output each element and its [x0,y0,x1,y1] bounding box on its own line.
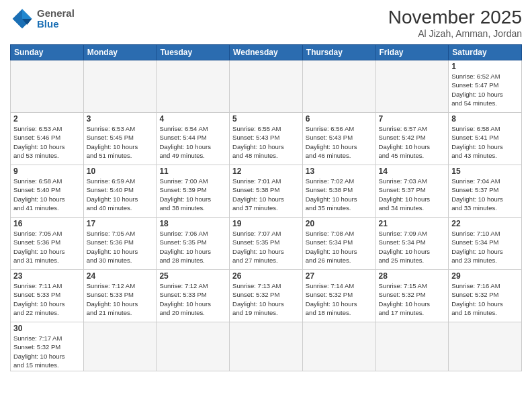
day-number: 11 [159,167,226,176]
day-number: 21 [379,219,446,228]
day-number: 19 [232,219,300,228]
calendar-day-cell: 13Sunrise: 7:02 AM Sunset: 5:38 PM Dayli… [302,165,375,218]
calendar-table: SundayMondayTuesdayWednesdayThursdayFrid… [10,44,522,371]
calendar-week-row: 1Sunrise: 6:52 AM Sunset: 5:47 PM Daylig… [11,60,522,113]
calendar-day-cell: 29Sunrise: 7:16 AM Sunset: 5:32 PM Dayli… [449,270,522,322]
calendar-day-cell: 1Sunrise: 6:52 AM Sunset: 5:47 PM Daylig… [449,60,522,113]
day-info: Sunrise: 7:07 AM Sunset: 5:35 PM Dayligh… [232,229,300,265]
calendar-day-cell [230,60,303,113]
calendar-day-cell: 21Sunrise: 7:09 AM Sunset: 5:34 PM Dayli… [375,218,449,270]
day-info: Sunrise: 7:02 AM Sunset: 5:38 PM Dayligh… [306,177,373,212]
calendar-week-row: 16Sunrise: 7:05 AM Sunset: 5:36 PM Dayli… [11,218,522,270]
day-number: 23 [13,271,81,281]
day-info: Sunrise: 6:56 AM Sunset: 5:43 PM Dayligh… [306,124,373,160]
day-number: 1 [451,62,519,71]
calendar-weekday: Tuesday [157,45,230,60]
day-info: Sunrise: 7:16 AM Sunset: 5:32 PM Dayligh… [451,281,519,317]
calendar-day-cell: 9Sunrise: 6:58 AM Sunset: 5:40 PM Daylig… [11,165,84,218]
calendar-week-row: 30Sunrise: 7:17 AM Sunset: 5:32 PM Dayli… [11,322,522,371]
day-number: 24 [87,271,154,281]
calendar-week-row: 23Sunrise: 7:11 AM Sunset: 5:33 PM Dayli… [11,270,522,322]
header: General Blue November 2025 Al Jizah, Amm… [10,7,522,39]
day-number: 10 [87,167,154,176]
calendar-day-cell: 5Sunrise: 6:55 AM Sunset: 5:43 PM Daylig… [230,113,303,165]
calendar-day-cell [449,322,522,371]
calendar-day-cell: 25Sunrise: 7:12 AM Sunset: 5:33 PM Dayli… [157,270,230,322]
calendar-weekday: Wednesday [230,45,303,60]
calendar-day-cell [230,322,303,371]
calendar-day-cell: 4Sunrise: 6:54 AM Sunset: 5:44 PM Daylig… [157,113,230,165]
calendar-week-row: 9Sunrise: 6:58 AM Sunset: 5:40 PM Daylig… [11,165,522,218]
calendar-day-cell: 2Sunrise: 6:53 AM Sunset: 5:46 PM Daylig… [11,113,84,165]
day-number: 28 [379,271,446,281]
calendar-day-cell [375,60,449,113]
day-number: 8 [451,114,519,124]
day-info: Sunrise: 7:17 AM Sunset: 5:32 PM Dayligh… [13,334,81,369]
day-info: Sunrise: 7:05 AM Sunset: 5:36 PM Dayligh… [87,229,154,265]
calendar-day-cell: 15Sunrise: 7:04 AM Sunset: 5:37 PM Dayli… [449,165,522,218]
calendar-day-cell: 22Sunrise: 7:10 AM Sunset: 5:34 PM Dayli… [449,218,522,270]
day-number: 29 [451,271,519,281]
day-number: 13 [306,167,373,176]
calendar-day-cell: 28Sunrise: 7:15 AM Sunset: 5:32 PM Dayli… [375,270,449,322]
calendar-day-cell: 24Sunrise: 7:12 AM Sunset: 5:33 PM Dayli… [83,270,157,322]
day-info: Sunrise: 7:11 AM Sunset: 5:33 PM Dayligh… [13,281,81,317]
day-number: 17 [87,219,154,228]
day-info: Sunrise: 6:58 AM Sunset: 5:41 PM Dayligh… [451,124,519,160]
calendar-day-cell [83,60,157,113]
svg-marker-1 [22,9,32,19]
day-number: 27 [306,271,373,281]
day-info: Sunrise: 7:12 AM Sunset: 5:33 PM Dayligh… [87,281,154,317]
day-info: Sunrise: 7:09 AM Sunset: 5:34 PM Dayligh… [379,229,446,265]
day-info: Sunrise: 6:55 AM Sunset: 5:43 PM Dayligh… [232,124,300,160]
day-number: 18 [159,219,226,228]
day-number: 22 [451,219,519,228]
calendar-day-cell: 19Sunrise: 7:07 AM Sunset: 5:35 PM Dayli… [230,218,303,270]
day-number: 12 [232,167,300,176]
calendar-day-cell: 20Sunrise: 7:08 AM Sunset: 5:34 PM Dayli… [302,218,375,270]
day-number: 14 [379,167,446,176]
logo-icon [10,7,34,31]
calendar-day-cell [157,60,230,113]
day-info: Sunrise: 6:53 AM Sunset: 5:45 PM Dayligh… [87,124,154,160]
day-info: Sunrise: 6:52 AM Sunset: 5:47 PM Dayligh… [451,72,519,107]
day-info: Sunrise: 7:00 AM Sunset: 5:39 PM Dayligh… [159,177,226,212]
day-info: Sunrise: 7:03 AM Sunset: 5:37 PM Dayligh… [379,177,446,212]
day-info: Sunrise: 7:06 AM Sunset: 5:35 PM Dayligh… [159,229,226,265]
day-info: Sunrise: 6:57 AM Sunset: 5:42 PM Dayligh… [379,124,446,160]
day-number: 2 [13,114,81,124]
day-info: Sunrise: 7:12 AM Sunset: 5:33 PM Dayligh… [159,281,226,317]
title-block: November 2025 Al Jizah, Amman, Jordan [388,7,522,39]
calendar-day-cell: 3Sunrise: 6:53 AM Sunset: 5:45 PM Daylig… [83,113,157,165]
logo-blue: Blue [37,19,75,30]
calendar-day-cell [83,322,157,371]
calendar-day-cell: 17Sunrise: 7:05 AM Sunset: 5:36 PM Dayli… [83,218,157,270]
calendar-day-cell: 26Sunrise: 7:13 AM Sunset: 5:32 PM Dayli… [230,270,303,322]
calendar-weekday: Monday [83,45,157,60]
day-number: 16 [13,219,81,228]
calendar-weekday: Thursday [302,45,375,60]
day-number: 3 [87,114,154,124]
calendar-day-cell [157,322,230,371]
calendar-weekday: Friday [375,45,449,60]
calendar-day-cell: 30Sunrise: 7:17 AM Sunset: 5:32 PM Dayli… [11,322,84,371]
day-number: 7 [379,114,446,124]
day-info: Sunrise: 6:58 AM Sunset: 5:40 PM Dayligh… [13,177,81,212]
logo: General Blue [10,7,75,31]
logo-general: General [37,8,75,19]
calendar-day-cell: 18Sunrise: 7:06 AM Sunset: 5:35 PM Dayli… [157,218,230,270]
day-info: Sunrise: 6:53 AM Sunset: 5:46 PM Dayligh… [13,124,81,160]
calendar-day-cell: 7Sunrise: 6:57 AM Sunset: 5:42 PM Daylig… [375,113,449,165]
day-number: 5 [232,114,300,124]
day-info: Sunrise: 7:04 AM Sunset: 5:37 PM Dayligh… [451,177,519,212]
day-number: 26 [232,271,300,281]
calendar-day-cell: 8Sunrise: 6:58 AM Sunset: 5:41 PM Daylig… [449,113,522,165]
day-info: Sunrise: 7:13 AM Sunset: 5:32 PM Dayligh… [232,281,300,317]
day-number: 25 [159,271,226,281]
calendar-day-cell: 6Sunrise: 6:56 AM Sunset: 5:43 PM Daylig… [302,113,375,165]
calendar-day-cell [302,322,375,371]
calendar-weekday: Sunday [11,45,84,60]
day-info: Sunrise: 7:05 AM Sunset: 5:36 PM Dayligh… [13,229,81,265]
day-info: Sunrise: 6:59 AM Sunset: 5:40 PM Dayligh… [87,177,154,212]
day-number: 4 [159,114,226,124]
